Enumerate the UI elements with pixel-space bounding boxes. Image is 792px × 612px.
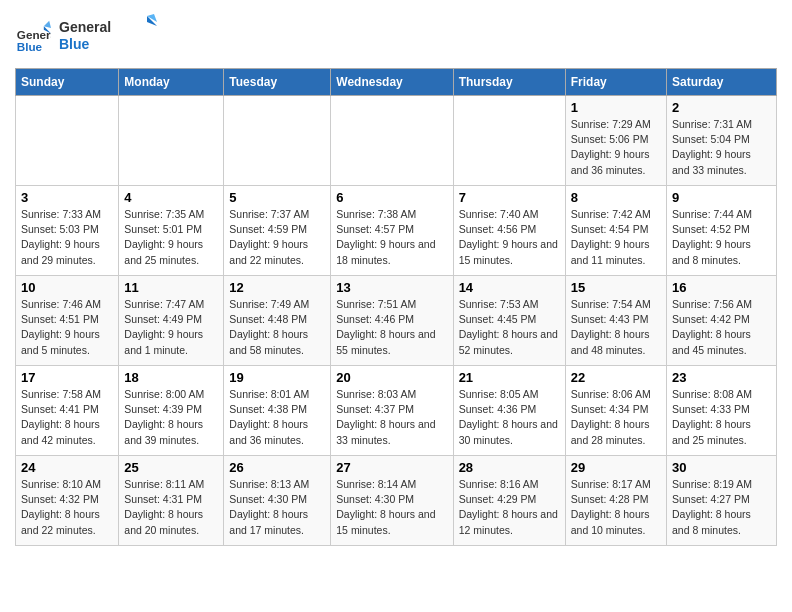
day-cell: 7Sunrise: 7:40 AM Sunset: 4:56 PM Daylig… <box>453 186 565 276</box>
day-cell: 19Sunrise: 8:01 AM Sunset: 4:38 PM Dayli… <box>224 366 331 456</box>
day-number: 3 <box>21 190 113 205</box>
day-number: 7 <box>459 190 560 205</box>
day-cell: 27Sunrise: 8:14 AM Sunset: 4:30 PM Dayli… <box>331 456 453 546</box>
day-number: 2 <box>672 100 771 115</box>
day-info: Sunrise: 7:42 AM Sunset: 4:54 PM Dayligh… <box>571 207 661 268</box>
day-number: 17 <box>21 370 113 385</box>
day-info: Sunrise: 7:54 AM Sunset: 4:43 PM Dayligh… <box>571 297 661 358</box>
day-number: 14 <box>459 280 560 295</box>
day-cell: 21Sunrise: 8:05 AM Sunset: 4:36 PM Dayli… <box>453 366 565 456</box>
header-cell-thursday: Thursday <box>453 69 565 96</box>
day-cell: 2Sunrise: 7:31 AM Sunset: 5:04 PM Daylig… <box>667 96 777 186</box>
day-number: 20 <box>336 370 447 385</box>
svg-text:Blue: Blue <box>59 36 90 52</box>
day-cell: 10Sunrise: 7:46 AM Sunset: 4:51 PM Dayli… <box>16 276 119 366</box>
day-cell: 25Sunrise: 8:11 AM Sunset: 4:31 PM Dayli… <box>119 456 224 546</box>
day-number: 1 <box>571 100 661 115</box>
logo: General Blue General Blue <box>15 14 159 60</box>
day-cell <box>331 96 453 186</box>
day-info: Sunrise: 7:44 AM Sunset: 4:52 PM Dayligh… <box>672 207 771 268</box>
day-number: 10 <box>21 280 113 295</box>
day-number: 26 <box>229 460 325 475</box>
logo-svg: General Blue <box>59 14 159 56</box>
header-row: SundayMondayTuesdayWednesdayThursdayFrid… <box>16 69 777 96</box>
day-cell: 5Sunrise: 7:37 AM Sunset: 4:59 PM Daylig… <box>224 186 331 276</box>
day-cell: 4Sunrise: 7:35 AM Sunset: 5:01 PM Daylig… <box>119 186 224 276</box>
day-info: Sunrise: 7:49 AM Sunset: 4:48 PM Dayligh… <box>229 297 325 358</box>
week-row-1: 3Sunrise: 7:33 AM Sunset: 5:03 PM Daylig… <box>16 186 777 276</box>
day-number: 13 <box>336 280 447 295</box>
day-number: 5 <box>229 190 325 205</box>
day-cell <box>119 96 224 186</box>
header-cell-sunday: Sunday <box>16 69 119 96</box>
day-cell <box>453 96 565 186</box>
day-cell: 12Sunrise: 7:49 AM Sunset: 4:48 PM Dayli… <box>224 276 331 366</box>
day-number: 30 <box>672 460 771 475</box>
day-info: Sunrise: 7:53 AM Sunset: 4:45 PM Dayligh… <box>459 297 560 358</box>
day-cell: 8Sunrise: 7:42 AM Sunset: 4:54 PM Daylig… <box>565 186 666 276</box>
day-cell: 20Sunrise: 8:03 AM Sunset: 4:37 PM Dayli… <box>331 366 453 456</box>
day-cell: 18Sunrise: 8:00 AM Sunset: 4:39 PM Dayli… <box>119 366 224 456</box>
day-info: Sunrise: 7:56 AM Sunset: 4:42 PM Dayligh… <box>672 297 771 358</box>
day-info: Sunrise: 7:47 AM Sunset: 4:49 PM Dayligh… <box>124 297 218 358</box>
header: General Blue General Blue <box>15 10 777 60</box>
day-cell: 30Sunrise: 8:19 AM Sunset: 4:27 PM Dayli… <box>667 456 777 546</box>
day-info: Sunrise: 7:31 AM Sunset: 5:04 PM Dayligh… <box>672 117 771 178</box>
day-info: Sunrise: 7:38 AM Sunset: 4:57 PM Dayligh… <box>336 207 447 268</box>
day-cell: 17Sunrise: 7:58 AM Sunset: 4:41 PM Dayli… <box>16 366 119 456</box>
logo-icon: General Blue <box>15 19 51 55</box>
day-cell: 1Sunrise: 7:29 AM Sunset: 5:06 PM Daylig… <box>565 96 666 186</box>
day-cell: 16Sunrise: 7:56 AM Sunset: 4:42 PM Dayli… <box>667 276 777 366</box>
day-number: 24 <box>21 460 113 475</box>
day-cell: 15Sunrise: 7:54 AM Sunset: 4:43 PM Dayli… <box>565 276 666 366</box>
header-cell-tuesday: Tuesday <box>224 69 331 96</box>
day-number: 11 <box>124 280 218 295</box>
day-cell: 14Sunrise: 7:53 AM Sunset: 4:45 PM Dayli… <box>453 276 565 366</box>
day-info: Sunrise: 7:40 AM Sunset: 4:56 PM Dayligh… <box>459 207 560 268</box>
calendar-header: SundayMondayTuesdayWednesdayThursdayFrid… <box>16 69 777 96</box>
day-info: Sunrise: 7:33 AM Sunset: 5:03 PM Dayligh… <box>21 207 113 268</box>
day-number: 8 <box>571 190 661 205</box>
day-cell: 28Sunrise: 8:16 AM Sunset: 4:29 PM Dayli… <box>453 456 565 546</box>
day-info: Sunrise: 7:37 AM Sunset: 4:59 PM Dayligh… <box>229 207 325 268</box>
day-info: Sunrise: 8:19 AM Sunset: 4:27 PM Dayligh… <box>672 477 771 538</box>
day-number: 21 <box>459 370 560 385</box>
day-number: 18 <box>124 370 218 385</box>
day-info: Sunrise: 8:05 AM Sunset: 4:36 PM Dayligh… <box>459 387 560 448</box>
day-number: 6 <box>336 190 447 205</box>
day-number: 29 <box>571 460 661 475</box>
day-number: 28 <box>459 460 560 475</box>
header-cell-friday: Friday <box>565 69 666 96</box>
day-number: 16 <box>672 280 771 295</box>
header-cell-wednesday: Wednesday <box>331 69 453 96</box>
day-info: Sunrise: 8:03 AM Sunset: 4:37 PM Dayligh… <box>336 387 447 448</box>
day-cell: 24Sunrise: 8:10 AM Sunset: 4:32 PM Dayli… <box>16 456 119 546</box>
day-info: Sunrise: 8:10 AM Sunset: 4:32 PM Dayligh… <box>21 477 113 538</box>
day-number: 25 <box>124 460 218 475</box>
day-cell: 6Sunrise: 7:38 AM Sunset: 4:57 PM Daylig… <box>331 186 453 276</box>
day-number: 27 <box>336 460 447 475</box>
svg-text:General: General <box>59 19 111 35</box>
day-cell: 23Sunrise: 8:08 AM Sunset: 4:33 PM Dayli… <box>667 366 777 456</box>
day-number: 9 <box>672 190 771 205</box>
day-number: 15 <box>571 280 661 295</box>
day-info: Sunrise: 7:51 AM Sunset: 4:46 PM Dayligh… <box>336 297 447 358</box>
day-number: 22 <box>571 370 661 385</box>
day-cell: 9Sunrise: 7:44 AM Sunset: 4:52 PM Daylig… <box>667 186 777 276</box>
day-info: Sunrise: 7:46 AM Sunset: 4:51 PM Dayligh… <box>21 297 113 358</box>
header-cell-saturday: Saturday <box>667 69 777 96</box>
day-cell <box>224 96 331 186</box>
day-info: Sunrise: 8:14 AM Sunset: 4:30 PM Dayligh… <box>336 477 447 538</box>
day-info: Sunrise: 7:58 AM Sunset: 4:41 PM Dayligh… <box>21 387 113 448</box>
day-info: Sunrise: 8:08 AM Sunset: 4:33 PM Dayligh… <box>672 387 771 448</box>
svg-text:Blue: Blue <box>17 40 43 53</box>
day-cell: 26Sunrise: 8:13 AM Sunset: 4:30 PM Dayli… <box>224 456 331 546</box>
day-cell: 29Sunrise: 8:17 AM Sunset: 4:28 PM Dayli… <box>565 456 666 546</box>
day-info: Sunrise: 8:17 AM Sunset: 4:28 PM Dayligh… <box>571 477 661 538</box>
day-info: Sunrise: 8:13 AM Sunset: 4:30 PM Dayligh… <box>229 477 325 538</box>
day-cell <box>16 96 119 186</box>
day-info: Sunrise: 8:00 AM Sunset: 4:39 PM Dayligh… <box>124 387 218 448</box>
day-info: Sunrise: 7:29 AM Sunset: 5:06 PM Dayligh… <box>571 117 661 178</box>
day-cell: 13Sunrise: 7:51 AM Sunset: 4:46 PM Dayli… <box>331 276 453 366</box>
day-info: Sunrise: 8:11 AM Sunset: 4:31 PM Dayligh… <box>124 477 218 538</box>
